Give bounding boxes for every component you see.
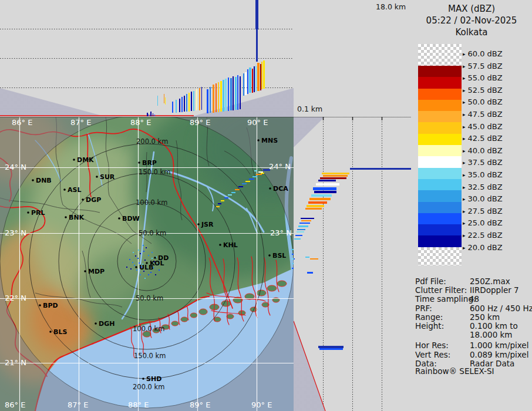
svg-text:22° N: 22° N xyxy=(5,294,26,302)
ew-projection-graphic xyxy=(0,0,294,117)
legend-tick-icon: ▸ xyxy=(463,147,466,153)
svg-text:100.0 km: 100.0 km xyxy=(136,198,167,207)
svg-text:DMK: DMK xyxy=(77,156,94,164)
svg-text:24° N: 24° N xyxy=(5,163,26,171)
svg-text:DGH: DGH xyxy=(99,320,115,328)
blind-wedge-left xyxy=(0,88,100,115)
svg-text:ASL: ASL xyxy=(68,186,81,194)
legend-label: ▸52.5 dBZ xyxy=(463,85,503,94)
info-label: Height: xyxy=(415,321,444,331)
svg-text:23° N: 23° N xyxy=(5,228,26,237)
info-label: Clutter Filter: xyxy=(415,285,467,295)
info-value: IIRDoppler 7 xyxy=(470,285,519,295)
ns-projection-graphic xyxy=(294,117,411,411)
legend-label: ▸35.0 dBZ xyxy=(463,170,503,179)
info-value: 600 Hz / 450 Hz xyxy=(470,304,532,313)
product-title: MAX (dBZ) xyxy=(411,3,532,15)
legend-tick-icon: ▸ xyxy=(463,112,466,117)
legend-label: ▸27.5 dBZ xyxy=(463,206,503,215)
info-value: 0.100 km to xyxy=(470,321,518,331)
legend-band xyxy=(418,213,462,224)
legend-tick-icon: ▸ xyxy=(463,220,466,226)
svg-text:23° N: 23° N xyxy=(270,228,292,237)
legend-band xyxy=(418,179,462,190)
blind-wedge-top xyxy=(294,117,325,147)
svg-text:BLS: BLS xyxy=(53,328,67,336)
legend-label: ▸47.5 dBZ xyxy=(463,110,503,119)
svg-text:88° E: 88° E xyxy=(128,400,149,409)
svg-text:88° E: 88° E xyxy=(130,118,151,127)
legend-tick-icon: ▸ xyxy=(463,244,466,250)
svg-text:24° N: 24° N xyxy=(269,162,291,171)
radar-display: { "header": { "product": "MAX (dBZ)", "d… xyxy=(0,0,532,411)
svg-text:BPD: BPD xyxy=(43,302,58,309)
svg-text:90° E: 90° E xyxy=(247,118,268,127)
legend-tick-icon: ▸ xyxy=(463,75,466,81)
legend-band xyxy=(418,235,462,247)
legend-band xyxy=(418,122,462,133)
svg-text:90° E: 90° E xyxy=(251,400,272,409)
legend-tick-icon: ▸ xyxy=(463,160,466,166)
svg-text:MNS: MNS xyxy=(261,137,278,144)
svg-text:DNB: DNB xyxy=(36,177,52,184)
legend-tick-icon: ▸ xyxy=(463,172,466,178)
svg-text:100.0 km: 100.0 km xyxy=(133,325,164,333)
svg-text:KHL: KHL xyxy=(223,241,238,249)
info-value: 1.000 km/pixel xyxy=(470,341,528,350)
svg-text:86° E: 86° E xyxy=(12,118,32,127)
info-label: Pdf File: xyxy=(415,277,446,286)
legend-band xyxy=(418,111,462,122)
legend-band xyxy=(418,202,462,213)
info-label: Range: xyxy=(415,312,443,322)
ew-height-projection-panel xyxy=(0,0,294,117)
legend-label: ▸57.5 dBZ xyxy=(463,61,503,70)
legend-band xyxy=(418,247,462,265)
info-label: Vert Res: xyxy=(415,350,450,359)
legend-label: ▸37.5 dBZ xyxy=(463,158,503,167)
software-credit: Rainbow® SELEX-SI xyxy=(415,366,494,376)
svg-text:150.0 km: 150.0 km xyxy=(134,352,166,360)
legend-band xyxy=(418,224,462,235)
legend-band xyxy=(418,156,462,167)
svg-text:SUR: SUR xyxy=(100,173,115,181)
legend-label: ▸40.0 dBZ xyxy=(463,146,503,154)
svg-text:21° N: 21° N xyxy=(5,358,26,367)
svg-text:200.0 km: 200.0 km xyxy=(136,137,168,146)
svg-text:200.0 km: 200.0 km xyxy=(133,383,164,391)
legend-label: ▸20.0 dBZ xyxy=(463,242,503,251)
legend-label: ▸60.0 dBZ xyxy=(463,49,503,58)
svg-text:BRP: BRP xyxy=(142,159,157,167)
info-value: 250Z.max xyxy=(470,277,510,286)
legend-tick-icon: ▸ xyxy=(463,51,466,57)
legend-tick-icon: ▸ xyxy=(463,196,466,202)
svg-text:DCA: DCA xyxy=(273,185,288,193)
legend-band xyxy=(418,100,462,111)
legend-band xyxy=(418,134,462,145)
legend-tick-icon: ▸ xyxy=(463,87,466,93)
legend-band xyxy=(418,168,462,179)
legend-band xyxy=(418,77,462,88)
svg-text:89° E: 89° E xyxy=(190,400,210,409)
info-value: 0.089 km/pixel xyxy=(470,350,528,359)
radar-map-panel: 86° E87° E88° E89° E90° E86° E87° E88° E… xyxy=(0,117,294,411)
info-label: PRF: xyxy=(415,304,432,313)
legend-tick-icon: ▸ xyxy=(463,184,466,190)
svg-text:150.0 km: 150.0 km xyxy=(139,168,170,176)
legend-label: ▸22.5 dBZ xyxy=(463,231,503,240)
svg-text:50.0 km: 50.0 km xyxy=(136,294,163,302)
ns-height-projection-panel xyxy=(294,117,411,411)
legend-tick-icon: ▸ xyxy=(463,63,466,69)
blind-wedge-right xyxy=(191,88,294,117)
legend-label: ▸50.0 dBZ xyxy=(463,97,503,106)
info-label: Hor Res: xyxy=(415,341,449,350)
color-scale-bar xyxy=(418,44,462,265)
legend-band xyxy=(418,190,462,201)
station-name: Kolkata xyxy=(411,26,532,38)
svg-text:BSL: BSL xyxy=(272,252,286,260)
legend-band xyxy=(418,66,462,77)
radar-map-graphic: 86° E87° E88° E89° E90° E86° E87° E88° E… xyxy=(0,117,294,411)
legend-tick-icon: ▸ xyxy=(463,208,466,214)
legend-tick-icon: ▸ xyxy=(463,123,466,129)
legend-band xyxy=(418,44,462,66)
svg-text:50.0 km: 50.0 km xyxy=(139,229,166,237)
